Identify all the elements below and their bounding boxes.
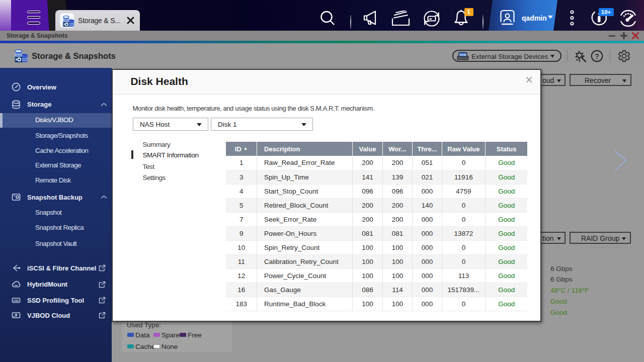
svg-text:?: ? [595, 52, 599, 60]
svg-text:RAID: RAID [459, 53, 466, 56]
svg-text:SSD: SSD [14, 299, 19, 302]
